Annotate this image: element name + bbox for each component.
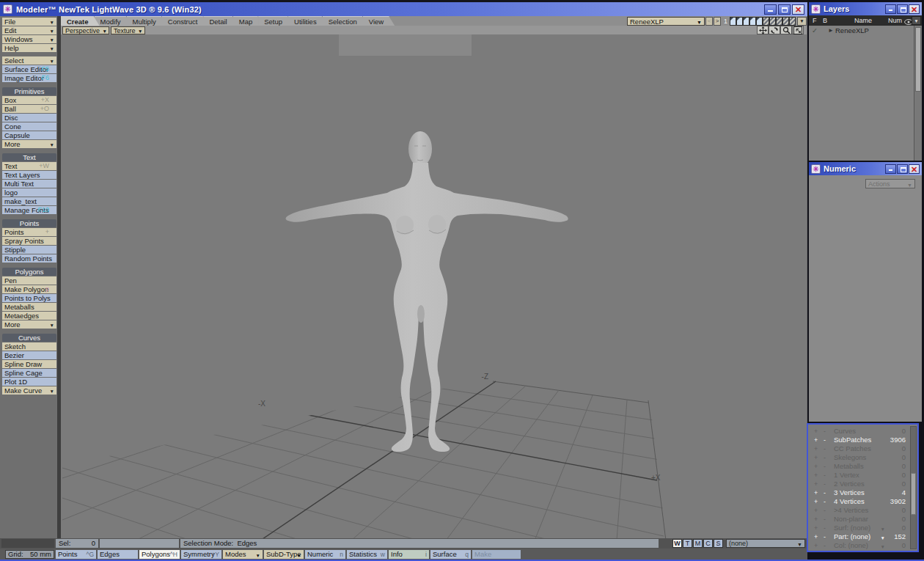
shading-mode-dropdown[interactable]: Texture: [111, 26, 145, 34]
tool-button[interactable]: Ball+O: [2, 105, 56, 113]
select-plus-button[interactable]: +: [814, 506, 818, 515]
statistics-row[interactable]: + - CC Patches 0: [808, 444, 917, 453]
select-plus-button[interactable]: +: [814, 427, 818, 436]
tool-button[interactable]: Points+: [2, 228, 56, 236]
statistics-row[interactable]: + - Col: (none) 0: [808, 541, 917, 550]
vmap-button[interactable]: W: [672, 539, 682, 548]
statistics-row[interactable]: + - Surf: (none) 0: [808, 524, 917, 532]
layer-slot[interactable]: [749, 17, 756, 26]
selector-button[interactable]: Select: [2, 56, 56, 65]
numeric-maximize-button[interactable]: [897, 164, 908, 174]
layer-slot[interactable]: [756, 17, 763, 26]
statistics-row[interactable]: + - Part: (none) 152: [808, 532, 917, 541]
statistics-row[interactable]: + - 1 Vertex 0: [808, 471, 917, 480]
select-plus-button[interactable]: +: [814, 532, 818, 541]
tool-button[interactable]: More: [2, 320, 56, 329]
maximize-button[interactable]: [778, 4, 791, 15]
tool-button[interactable]: Plot 1D: [2, 378, 56, 386]
menu-button[interactable]: Help: [2, 44, 56, 52]
viewport-3d[interactable]: -Z +X -X: [61, 34, 807, 538]
tool-button[interactable]: Stipple: [2, 246, 56, 254]
deselect-minus-button[interactable]: -: [824, 532, 826, 541]
tool-button[interactable]: Spline Cage: [2, 369, 56, 377]
bottom-button[interactable]: Make: [472, 550, 521, 559]
layer-slot[interactable]: [782, 17, 789, 26]
zoom-view-button[interactable]: [780, 26, 792, 34]
tool-button[interactable]: Spline Draw: [2, 360, 56, 368]
menu-button[interactable]: File: [2, 18, 56, 26]
tool-button[interactable]: Manage FontsF10: [2, 206, 56, 214]
tool-button[interactable]: Metaballs: [2, 303, 56, 311]
tab[interactable]: Create: [61, 16, 100, 26]
layers-close-button[interactable]: ✕: [909, 4, 920, 14]
layers-minimize-button[interactable]: [885, 4, 896, 14]
layer-slot[interactable]: [789, 17, 796, 26]
tool-button[interactable]: Sketch: [2, 342, 56, 351]
layer-slot[interactable]: [743, 17, 749, 26]
tool-button[interactable]: Make Curve: [2, 386, 56, 395]
bottom-button[interactable]: Infoi: [389, 550, 429, 559]
select-plus-button[interactable]: +: [814, 471, 818, 480]
layers-options-dropdown[interactable]: ▼: [912, 16, 921, 25]
select-plus-button[interactable]: +: [814, 480, 818, 488]
view-mode-dropdown[interactable]: Perspective: [62, 26, 109, 34]
rotate-view-button[interactable]: [769, 26, 780, 34]
tool-button[interactable]: Capsule: [2, 131, 56, 139]
scrollbar-thumb[interactable]: [915, 27, 921, 92]
close-button[interactable]: ✕: [792, 4, 804, 15]
tab[interactable]: Multiply: [127, 16, 167, 26]
select-plus-button[interactable]: +: [814, 488, 818, 497]
fit-view-button[interactable]: [792, 26, 804, 34]
column-name[interactable]: Name: [854, 15, 872, 26]
select-plus-button[interactable]: +: [814, 462, 818, 471]
current-object-dropdown[interactable]: ReneeXLP: [627, 17, 705, 26]
tab[interactable]: Setup: [258, 16, 293, 26]
expander-icon[interactable]: ►: [828, 26, 834, 35]
select-plus-button[interactable]: +: [814, 524, 818, 532]
deselect-minus-button[interactable]: -: [824, 515, 826, 524]
bottom-button[interactable]: Points^G: [56, 550, 96, 559]
deselect-minus-button[interactable]: -: [824, 444, 826, 453]
numeric-minimize-button[interactable]: [885, 164, 896, 174]
scrollbar-thumb[interactable]: [911, 473, 916, 514]
tool-button[interactable]: Box+X: [2, 96, 56, 104]
tool-button[interactable]: Cone: [2, 122, 56, 131]
tool-button[interactable]: Disc: [2, 114, 56, 122]
vmap-button[interactable]: M: [693, 539, 703, 548]
tool-button[interactable]: make_text: [2, 197, 56, 205]
select-plus-button[interactable]: +: [814, 436, 818, 444]
select-plus-button[interactable]: +: [814, 515, 818, 524]
pan-view-button[interactable]: [757, 26, 769, 34]
tool-button[interactable]: Spray Points: [2, 237, 56, 245]
select-plus-button[interactable]: +: [814, 453, 818, 462]
layer-slot[interactable]: [736, 17, 743, 26]
tool-button[interactable]: Pen: [2, 276, 56, 285]
statistics-scrollbar[interactable]: [910, 426, 917, 549]
bottom-button[interactable]: Numericn: [305, 550, 345, 559]
statistics-row[interactable]: + - 2 Vertices 0: [808, 480, 917, 488]
statistics-row[interactable]: + - SubPatches 3906: [808, 436, 917, 444]
deselect-minus-button[interactable]: -: [824, 497, 826, 506]
deselect-minus-button[interactable]: -: [824, 488, 826, 497]
minimize-button[interactable]: [764, 4, 777, 15]
layers-titlebar[interactable]: ✳ Layers ✕: [809, 2, 922, 15]
deselect-minus-button[interactable]: -: [824, 436, 826, 444]
tool-button[interactable]: Metaedges: [2, 312, 56, 320]
select-plus-button[interactable]: +: [814, 541, 818, 550]
vmap-button[interactable]: T: [683, 539, 692, 548]
layer-slot[interactable]: [769, 17, 776, 26]
tool-button[interactable]: More: [2, 140, 56, 148]
selector-button[interactable]: Surface EditorF5: [2, 65, 56, 73]
menu-button[interactable]: Windows: [2, 35, 56, 43]
tab[interactable]: View: [363, 16, 395, 26]
tool-button[interactable]: Bezier: [2, 351, 56, 359]
tool-button[interactable]: Text Layers: [2, 171, 56, 179]
statistics-row[interactable]: + - 3 Vertices 4: [808, 488, 917, 497]
deselect-minus-button[interactable]: -: [824, 427, 826, 436]
layer-slot[interactable]: [776, 17, 782, 26]
deselect-minus-button[interactable]: -: [824, 462, 826, 471]
tool-button[interactable]: Points to Polys: [2, 294, 56, 302]
layer-slot[interactable]: [763, 17, 769, 26]
tool-button[interactable]: Make Polygonp: [2, 285, 56, 293]
tool-button[interactable]: Text+W: [2, 162, 56, 170]
